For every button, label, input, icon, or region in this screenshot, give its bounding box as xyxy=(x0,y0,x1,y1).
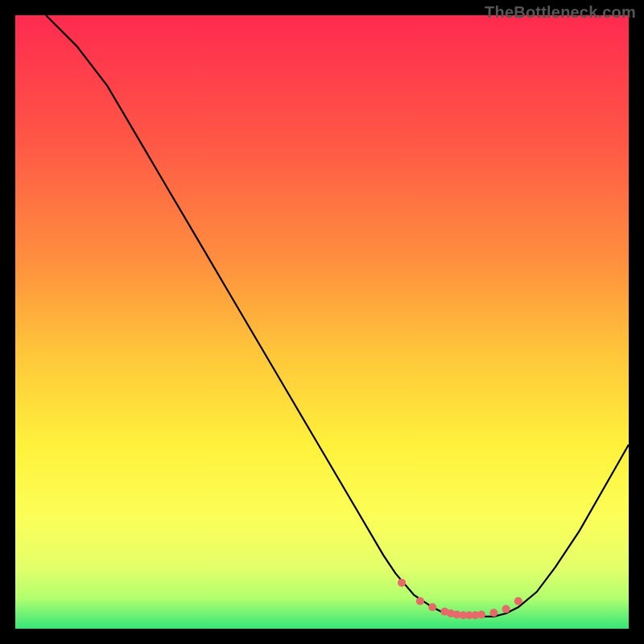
optimal-dot xyxy=(489,609,497,617)
gradient-background xyxy=(15,15,629,629)
bottleneck-chart xyxy=(15,15,629,629)
optimal-dot xyxy=(477,611,485,619)
chart-frame: TheBottleneck.com xyxy=(0,0,644,644)
optimal-dot xyxy=(428,603,436,611)
optimal-dot xyxy=(398,579,406,587)
optimal-dot xyxy=(514,597,522,605)
optimal-dot xyxy=(416,597,424,605)
watermark-text: TheBottleneck.com xyxy=(485,3,636,22)
optimal-dot xyxy=(502,605,510,613)
